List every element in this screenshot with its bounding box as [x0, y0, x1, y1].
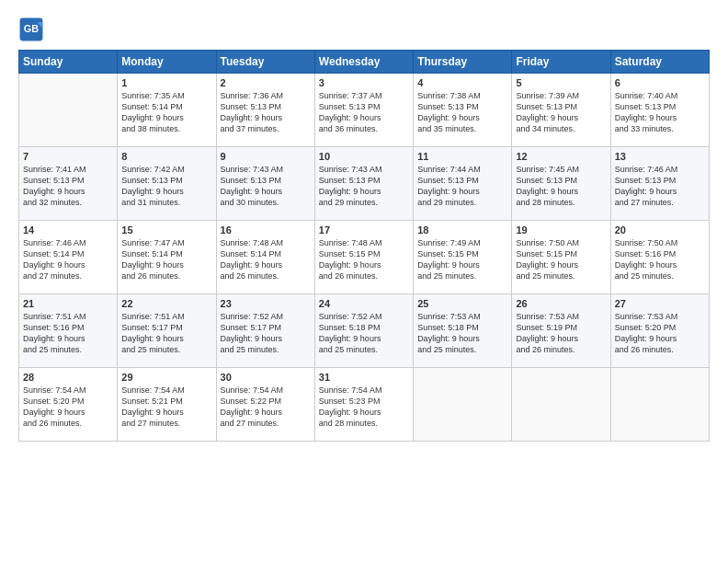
day-number: 3	[319, 77, 409, 88]
day-info: Sunrise: 7:50 AMSunset: 5:16 PMDaylight:…	[615, 237, 705, 282]
day-info: Sunrise: 7:37 AMSunset: 5:13 PMDaylight:…	[319, 90, 409, 135]
day-cell	[512, 368, 610, 442]
day-number: 8	[121, 151, 211, 162]
day-cell: 27Sunrise: 7:53 AMSunset: 5:20 PMDayligh…	[610, 294, 709, 368]
day-cell: 7Sunrise: 7:41 AMSunset: 5:13 PMDaylight…	[19, 147, 118, 221]
day-cell	[19, 74, 118, 147]
day-cell: 19Sunrise: 7:50 AMSunset: 5:15 PMDayligh…	[512, 221, 610, 294]
day-info: Sunrise: 7:41 AMSunset: 5:13 PMDaylight:…	[23, 164, 113, 209]
day-cell: 26Sunrise: 7:53 AMSunset: 5:19 PMDayligh…	[512, 294, 610, 368]
day-info: Sunrise: 7:38 AMSunset: 5:13 PMDaylight:…	[417, 90, 507, 135]
day-cell: 5Sunrise: 7:39 AMSunset: 5:13 PMDaylight…	[512, 74, 610, 147]
day-number: 2	[221, 77, 311, 88]
day-number: 28	[23, 372, 113, 383]
day-info: Sunrise: 7:35 AMSunset: 5:14 PMDaylight:…	[121, 90, 211, 135]
day-info: Sunrise: 7:54 AMSunset: 5:23 PMDaylight:…	[319, 385, 409, 430]
week-row-3: 14Sunrise: 7:46 AMSunset: 5:14 PMDayligh…	[19, 221, 710, 294]
day-info: Sunrise: 7:46 AMSunset: 5:14 PMDaylight:…	[23, 237, 113, 282]
day-cell: 2Sunrise: 7:36 AMSunset: 5:13 PMDaylight…	[216, 74, 314, 147]
day-cell: 12Sunrise: 7:45 AMSunset: 5:13 PMDayligh…	[512, 147, 610, 221]
day-cell: 1Sunrise: 7:35 AMSunset: 5:14 PMDaylight…	[118, 74, 216, 147]
logo: GB	[18, 17, 48, 42]
day-info: Sunrise: 7:50 AMSunset: 5:15 PMDaylight:…	[516, 237, 606, 282]
day-number: 21	[23, 298, 113, 309]
day-number: 4	[417, 77, 507, 88]
day-info: Sunrise: 7:53 AMSunset: 5:20 PMDaylight:…	[615, 311, 705, 356]
header: GB	[18, 17, 710, 42]
day-cell: 6Sunrise: 7:40 AMSunset: 5:13 PMDaylight…	[610, 74, 709, 147]
day-number: 14	[23, 224, 113, 236]
day-number: 16	[221, 224, 311, 236]
day-number: 15	[121, 224, 211, 236]
day-number: 7	[23, 151, 113, 162]
day-cell: 28Sunrise: 7:54 AMSunset: 5:20 PMDayligh…	[19, 368, 118, 442]
day-cell: 4Sunrise: 7:38 AMSunset: 5:13 PMDaylight…	[414, 74, 512, 147]
day-info: Sunrise: 7:51 AMSunset: 5:17 PMDaylight:…	[121, 311, 211, 356]
calendar-table: SundayMondayTuesdayWednesdayThursdayFrid…	[18, 50, 710, 442]
day-number: 25	[417, 298, 507, 309]
day-info: Sunrise: 7:40 AMSunset: 5:13 PMDaylight:…	[615, 90, 705, 135]
day-cell: 3Sunrise: 7:37 AMSunset: 5:13 PMDaylight…	[314, 74, 413, 147]
week-row-5: 28Sunrise: 7:54 AMSunset: 5:20 PMDayligh…	[19, 368, 710, 442]
day-info: Sunrise: 7:36 AMSunset: 5:13 PMDaylight:…	[221, 90, 311, 135]
day-number: 27	[615, 298, 705, 309]
day-cell: 24Sunrise: 7:52 AMSunset: 5:18 PMDayligh…	[314, 294, 413, 368]
day-cell: 25Sunrise: 7:53 AMSunset: 5:18 PMDayligh…	[414, 294, 512, 368]
day-number: 20	[615, 224, 705, 236]
day-cell: 22Sunrise: 7:51 AMSunset: 5:17 PMDayligh…	[118, 294, 216, 368]
svg-text:GB: GB	[24, 23, 39, 34]
day-info: Sunrise: 7:44 AMSunset: 5:13 PMDaylight:…	[417, 164, 507, 209]
day-number: 29	[121, 372, 211, 383]
day-cell: 23Sunrise: 7:52 AMSunset: 5:17 PMDayligh…	[216, 294, 314, 368]
day-cell: 20Sunrise: 7:50 AMSunset: 5:16 PMDayligh…	[610, 221, 709, 294]
day-number: 17	[319, 224, 409, 236]
day-cell: 9Sunrise: 7:43 AMSunset: 5:13 PMDaylight…	[216, 147, 314, 221]
day-number: 12	[516, 151, 606, 162]
day-info: Sunrise: 7:46 AMSunset: 5:13 PMDaylight:…	[615, 164, 705, 209]
day-cell: 13Sunrise: 7:46 AMSunset: 5:13 PMDayligh…	[610, 147, 709, 221]
day-info: Sunrise: 7:53 AMSunset: 5:18 PMDaylight:…	[417, 311, 507, 356]
day-number: 6	[615, 77, 705, 88]
day-number: 11	[417, 151, 507, 162]
column-header-tuesday: Tuesday	[216, 51, 314, 74]
column-header-friday: Friday	[512, 51, 610, 74]
day-info: Sunrise: 7:47 AMSunset: 5:14 PMDaylight:…	[121, 237, 211, 282]
day-info: Sunrise: 7:39 AMSunset: 5:13 PMDaylight:…	[516, 90, 606, 135]
day-cell: 11Sunrise: 7:44 AMSunset: 5:13 PMDayligh…	[414, 147, 512, 221]
day-cell: 15Sunrise: 7:47 AMSunset: 5:14 PMDayligh…	[118, 221, 216, 294]
week-row-2: 7Sunrise: 7:41 AMSunset: 5:13 PMDaylight…	[19, 147, 710, 221]
day-cell	[610, 368, 709, 442]
day-cell: 16Sunrise: 7:48 AMSunset: 5:14 PMDayligh…	[216, 221, 314, 294]
day-info: Sunrise: 7:48 AMSunset: 5:15 PMDaylight:…	[319, 237, 409, 282]
day-info: Sunrise: 7:52 AMSunset: 5:17 PMDaylight:…	[221, 311, 311, 356]
header-row: SundayMondayTuesdayWednesdayThursdayFrid…	[19, 51, 710, 74]
day-cell: 31Sunrise: 7:54 AMSunset: 5:23 PMDayligh…	[314, 368, 413, 442]
day-info: Sunrise: 7:54 AMSunset: 5:20 PMDaylight:…	[23, 385, 113, 430]
day-number: 19	[516, 224, 606, 236]
column-header-wednesday: Wednesday	[314, 51, 413, 74]
day-number: 5	[516, 77, 606, 88]
day-number: 24	[319, 298, 409, 309]
day-info: Sunrise: 7:52 AMSunset: 5:18 PMDaylight:…	[319, 311, 409, 356]
day-info: Sunrise: 7:49 AMSunset: 5:15 PMDaylight:…	[417, 237, 507, 282]
column-header-saturday: Saturday	[610, 51, 709, 74]
calendar-page: GB SundayMondayTuesdayWednesdayThursdayF…	[0, 0, 728, 563]
day-info: Sunrise: 7:42 AMSunset: 5:13 PMDaylight:…	[121, 164, 211, 209]
day-info: Sunrise: 7:54 AMSunset: 5:22 PMDaylight:…	[221, 385, 311, 430]
day-cell: 17Sunrise: 7:48 AMSunset: 5:15 PMDayligh…	[314, 221, 413, 294]
day-info: Sunrise: 7:51 AMSunset: 5:16 PMDaylight:…	[23, 311, 113, 356]
logo-icon: GB	[18, 17, 44, 42]
day-number: 30	[221, 372, 311, 383]
day-number: 26	[516, 298, 606, 309]
day-number: 1	[121, 77, 211, 88]
day-cell: 8Sunrise: 7:42 AMSunset: 5:13 PMDaylight…	[118, 147, 216, 221]
day-info: Sunrise: 7:43 AMSunset: 5:13 PMDaylight:…	[221, 164, 311, 209]
day-number: 10	[319, 151, 409, 162]
day-info: Sunrise: 7:54 AMSunset: 5:21 PMDaylight:…	[121, 385, 211, 430]
column-header-sunday: Sunday	[19, 51, 118, 74]
day-cell: 29Sunrise: 7:54 AMSunset: 5:21 PMDayligh…	[118, 368, 216, 442]
day-info: Sunrise: 7:45 AMSunset: 5:13 PMDaylight:…	[516, 164, 606, 209]
day-number: 9	[221, 151, 311, 162]
day-cell: 14Sunrise: 7:46 AMSunset: 5:14 PMDayligh…	[19, 221, 118, 294]
day-info: Sunrise: 7:53 AMSunset: 5:19 PMDaylight:…	[516, 311, 606, 356]
